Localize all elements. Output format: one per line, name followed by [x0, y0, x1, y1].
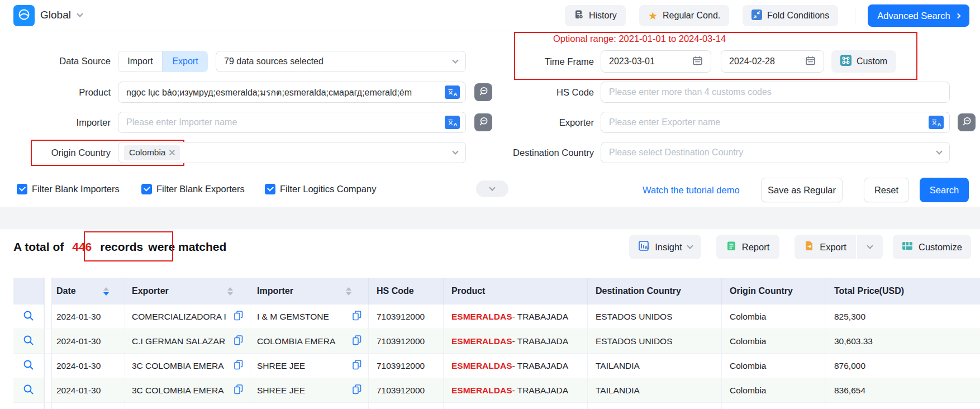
pinned-column-gap — [44, 305, 52, 329]
copy-icon[interactable] — [353, 360, 361, 372]
column-header-importer: Importer — [250, 278, 369, 305]
tutorial-link[interactable]: Watch the tutorial demo — [643, 185, 740, 196]
pinned-column-gap — [44, 329, 52, 353]
end-date-input[interactable]: 2024-02-28 — [721, 50, 824, 73]
region-selector[interactable]: Global — [40, 9, 82, 21]
cell-destination: TAILANDIA — [588, 354, 722, 378]
hs-code-input[interactable] — [601, 82, 950, 103]
magnifier-icon — [22, 383, 35, 398]
translate-icon[interactable]: A — [929, 116, 944, 129]
history-button[interactable]: History — [565, 5, 626, 26]
report-button[interactable]: Report — [716, 235, 779, 259]
fold-conditions-button[interactable]: Fold Conditions — [743, 5, 838, 26]
chevron-down-icon — [489, 184, 495, 191]
importer-name: COLOMBIA EMERA — [257, 336, 335, 346]
column-header-detail — [13, 278, 44, 305]
column-header-exporter: Exporter — [125, 278, 250, 305]
filter-blank-exporters-checkbox[interactable]: Filter Blank Exporters — [141, 184, 245, 194]
start-date-input[interactable]: 2023-03-01 — [601, 50, 711, 73]
copy-icon[interactable] — [234, 335, 243, 348]
copy-icon[interactable] — [234, 311, 243, 323]
export-toggle[interactable]: Export — [163, 51, 208, 72]
sort-importer-icon[interactable] — [346, 287, 351, 296]
collapse-chevron-button[interactable] — [476, 180, 508, 197]
advanced-search-button[interactable]: Advanced Search — [868, 4, 969, 27]
pinned-column-gap — [44, 354, 52, 378]
copy-icon[interactable] — [353, 384, 361, 397]
magnifier-icon — [22, 310, 35, 324]
pinned-column-gap — [44, 378, 52, 402]
time-frame-label: Time Frame — [482, 56, 594, 67]
save-as-regular-button[interactable]: Save as Regular — [761, 178, 843, 202]
column-header-product: Product — [444, 278, 588, 305]
data-sources-select[interactable]: 79 data sources selected — [216, 51, 466, 72]
sort-exporter-icon[interactable] — [227, 287, 233, 296]
detail-magnifier-button[interactable] — [13, 354, 44, 378]
report-icon — [726, 240, 736, 254]
exclude-filter-button[interactable] — [958, 113, 976, 131]
detail-magnifier-button[interactable] — [13, 378, 44, 402]
sort-date-icon[interactable] — [103, 287, 109, 296]
export-button[interactable]: Export — [795, 235, 856, 259]
cell-total-price: 825,300 — [825, 305, 980, 329]
cell-exporter: C.I GERMAN SALAZAR — [125, 329, 250, 353]
exporter-name: COMERCIALIZADORA I — [132, 312, 226, 322]
cell-hs-code: 7103912000 — [369, 329, 444, 353]
custom-label: Custom — [857, 56, 887, 66]
translate-icon[interactable]: A — [445, 85, 460, 99]
column-header-origin: Origin Country — [722, 278, 825, 305]
detail-magnifier-button[interactable] — [13, 329, 44, 353]
destination-country-select[interactable]: Please select Destination Country — [601, 142, 950, 163]
exporter-name: C.I GERMAN SALAZAR — [132, 336, 225, 346]
destination-placeholder: Please select Destination Country — [609, 148, 743, 158]
cell-importer: COLOMBIA EMERA — [250, 329, 369, 353]
copy-icon[interactable] — [234, 384, 243, 397]
calendar-icon — [692, 55, 703, 68]
cell-total-price: 876,000 — [825, 354, 980, 378]
cell-exporter: COMERCIALIZADORA I — [125, 305, 250, 329]
product-input[interactable] — [118, 82, 466, 103]
cell-product: ESMERALDAS - TRABAJADA — [444, 378, 588, 402]
origin-country-select[interactable]: Colombia — [118, 142, 466, 163]
cell-hs-code: 7103912000 — [369, 378, 444, 402]
product-rest: - TRABAJADA — [512, 386, 569, 396]
globe-logo[interactable] — [13, 5, 35, 26]
history-label: History — [589, 11, 617, 21]
customize-button[interactable]: Customize — [893, 235, 971, 259]
importer-input[interactable] — [118, 112, 466, 133]
report-label: Report — [742, 242, 770, 253]
search-button[interactable]: Search — [920, 178, 969, 202]
filter-blank-importers-checkbox[interactable]: Filter Blank Importers — [17, 184, 120, 194]
chevron-down-icon — [687, 242, 693, 249]
results-summary: A total of 446 records were matched — [13, 240, 226, 254]
product-rest: - TRABAJADA — [512, 312, 569, 322]
insight-button[interactable]: BI Insight — [629, 235, 701, 259]
table-row: 2024-01-30 3C COLOMBIA EMERA SHREE JEE 7… — [13, 378, 980, 403]
copy-icon[interactable] — [234, 360, 243, 372]
topbar-divider — [855, 9, 855, 23]
data-source-label: Data Source — [0, 56, 111, 66]
svg-text:A: A — [453, 91, 457, 96]
column-header-destination: Destination Country — [588, 278, 722, 305]
section-divider — [0, 207, 980, 229]
copy-icon[interactable] — [353, 311, 361, 323]
import-toggle[interactable]: Import — [118, 51, 163, 72]
filter-logistics-company-checkbox[interactable]: Filter Logitics Company — [265, 184, 376, 194]
detail-magnifier-button[interactable] — [13, 305, 44, 329]
optional-range-text: Optional range: 2021-01-01 to 2024-03-14 — [553, 34, 726, 44]
table-row-partial — [13, 403, 980, 409]
table-row: 2024-01-30 C.I GERMAN SALAZAR COLOMBIA E… — [13, 329, 980, 354]
reset-button[interactable]: Reset — [864, 178, 909, 202]
export-dropdown-button[interactable] — [857, 235, 883, 259]
tag-close-icon[interactable] — [169, 150, 175, 155]
cell-date: 2024-01-30 — [52, 354, 125, 378]
cell-product: ESMERALDAS - TRABAJADA — [444, 354, 588, 378]
custom-button[interactable]: Custom — [831, 50, 896, 73]
copy-icon[interactable] — [353, 335, 361, 348]
region-label: Global — [40, 9, 71, 21]
translate-icon[interactable]: A — [445, 116, 460, 129]
cell-date: 2024-01-30 — [52, 329, 125, 353]
exporter-input[interactable] — [601, 112, 950, 133]
regular-cond-button[interactable]: ★ Regular Cond. — [639, 5, 729, 26]
checkbox-label: Filter Logitics Company — [280, 184, 376, 194]
